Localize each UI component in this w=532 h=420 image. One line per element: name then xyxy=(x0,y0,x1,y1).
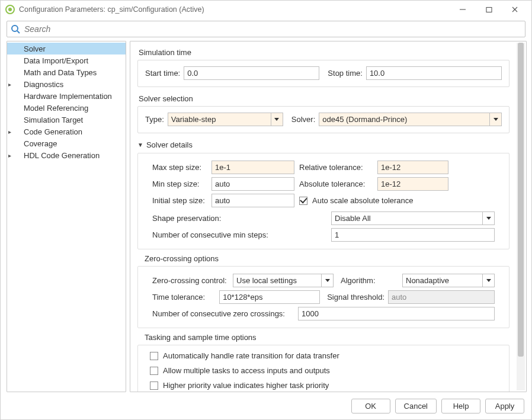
reltol-input[interactable] xyxy=(377,161,448,174)
abstol-input[interactable] xyxy=(377,177,448,191)
tasking-option-label: Higher priority value indicates higher t… xyxy=(163,381,329,390)
zc-algo-label: Algorithm: xyxy=(341,276,399,285)
section-title-solver-selection: Solver selection xyxy=(139,94,509,103)
sidebar-item-code-generation[interactable]: ▸Code Generation xyxy=(7,126,126,137)
cancel-button[interactable]: Cancel xyxy=(395,399,437,413)
sidebar-item-math-and-data-types[interactable]: Math and Data Types xyxy=(7,66,126,78)
sidebar-item-coverage[interactable]: Coverage xyxy=(7,137,126,149)
autoscale-label: Auto scale absolute tolerance xyxy=(312,196,414,205)
scrollbar-thumb[interactable] xyxy=(518,43,524,357)
solver-details-disclosure[interactable]: ▼ Solver details xyxy=(137,140,509,149)
triangle-down-icon: ▼ xyxy=(137,142,143,148)
tasking-checkbox-0[interactable] xyxy=(150,352,158,360)
tasking-option-label: Allow multiple tasks to access inputs an… xyxy=(163,366,330,375)
sidebar-item-label: HDL Code Generation xyxy=(24,151,100,160)
sidebar-item-label: Code Generation xyxy=(24,127,82,136)
zc-ttol-label: Time tolerance: xyxy=(152,293,216,302)
sidebar-item-label: Hardware Implementation xyxy=(24,92,112,101)
ok-button[interactable]: OK xyxy=(351,399,390,413)
reltol-label: Relative tolerance: xyxy=(294,163,377,172)
footer: OK Cancel Help Apply xyxy=(1,392,531,419)
search-input[interactable] xyxy=(23,24,521,34)
window-title: Configuration Parameters: cp_sim/Configu… xyxy=(19,5,204,14)
zc-nconsec-label: Number of consecutive zero crossings: xyxy=(152,309,294,318)
min-step-label: Min step size: xyxy=(152,179,211,188)
scrollbar[interactable] xyxy=(517,43,525,390)
sidebar-item-hardware-implementation[interactable]: Hardware Implementation xyxy=(7,90,126,102)
close-button[interactable] xyxy=(502,1,528,18)
init-step-label: Initial step size: xyxy=(152,196,211,205)
zc-ttol-input[interactable] xyxy=(219,290,320,304)
chevron-down-icon xyxy=(489,113,501,126)
sidebar-item-hdl-code-generation[interactable]: ▸HDL Code Generation xyxy=(7,149,126,161)
sidebar-item-solver[interactable]: Solver xyxy=(7,43,126,54)
sidebar-item-label: Data Import/Export xyxy=(24,56,88,65)
min-step-input[interactable] xyxy=(211,177,294,191)
section-title-zero-crossing: Zero-crossing options xyxy=(145,254,509,263)
tasking-checkbox-1[interactable] xyxy=(150,367,158,375)
zc-control-select[interactable]: Use local settings xyxy=(233,274,334,287)
section-title-tasking: Tasking and sample time options xyxy=(145,333,509,342)
sidebar: SolverData Import/ExportMath and Data Ty… xyxy=(7,41,126,392)
sidebar-item-diagnostics[interactable]: ▸Diagnostics xyxy=(7,78,126,90)
zc-sigthr-input xyxy=(388,290,495,304)
svg-line-5 xyxy=(17,31,20,33)
sidebar-item-label: Math and Data Types xyxy=(24,68,97,77)
shape-label: Shape preservation: xyxy=(152,214,328,223)
minimize-button[interactable] xyxy=(450,1,476,18)
autoscale-checkbox[interactable] xyxy=(299,197,307,205)
sidebar-item-label: Diagnostics xyxy=(24,80,63,89)
max-step-input[interactable] xyxy=(211,161,294,174)
tasking-option-label: Automatically handle rate transition for… xyxy=(163,351,339,360)
expander-icon: ▸ xyxy=(8,81,15,88)
expander-icon: ▸ xyxy=(8,129,15,135)
nmin-input[interactable] xyxy=(331,228,495,242)
sidebar-item-label: Simulation Target xyxy=(24,116,83,124)
sidebar-item-simulation-target[interactable]: Simulation Target xyxy=(7,114,126,126)
window: Configuration Parameters: cp_sim/Configu… xyxy=(0,0,532,420)
stop-time-label: Stop time: xyxy=(328,69,363,78)
apply-button[interactable]: Apply xyxy=(485,399,524,413)
maximize-button[interactable] xyxy=(476,1,502,18)
zc-nconsec-input[interactable] xyxy=(298,307,495,320)
svg-point-4 xyxy=(12,25,18,31)
app-icon xyxy=(5,5,15,14)
zc-sigthr-label: Signal threshold: xyxy=(327,293,384,302)
sidebar-item-label: Coverage xyxy=(24,139,57,148)
search-icon xyxy=(11,24,20,34)
content-panel: Simulation time Start time: Stop time: S… xyxy=(130,41,527,392)
zc-control-label: Zero-crossing control: xyxy=(152,276,229,285)
expander-icon: ▸ xyxy=(8,152,15,159)
tasking-checkbox-2[interactable] xyxy=(150,381,158,390)
abstol-label: Absolute tolerance: xyxy=(294,179,377,188)
solver-type-select[interactable]: Variable-step xyxy=(168,113,283,126)
svg-rect-1 xyxy=(486,7,492,12)
stop-time-input[interactable] xyxy=(366,66,502,80)
shape-select[interactable]: Disable All xyxy=(331,211,495,225)
zc-algo-select[interactable]: Nonadaptive xyxy=(402,274,495,287)
chevron-down-icon xyxy=(482,274,494,287)
solver-label: Solver: xyxy=(291,115,315,124)
start-time-label: Start time: xyxy=(145,69,180,78)
sidebar-item-label: Model Referencing xyxy=(24,104,88,113)
chevron-down-icon xyxy=(271,113,283,126)
sidebar-item-label: Solver xyxy=(24,44,46,53)
max-step-label: Max step size: xyxy=(152,163,211,172)
titlebar: Configuration Parameters: cp_sim/Configu… xyxy=(1,1,531,18)
help-button[interactable]: Help xyxy=(441,399,480,413)
solver-type-label: Type: xyxy=(145,115,164,124)
init-step-input[interactable] xyxy=(211,194,294,207)
chevron-down-icon xyxy=(482,212,494,225)
search-box[interactable] xyxy=(7,21,525,37)
section-title-simulation-time: Simulation time xyxy=(139,48,509,57)
start-time-input[interactable] xyxy=(184,66,319,80)
sidebar-item-model-referencing[interactable]: Model Referencing xyxy=(7,102,126,114)
chevron-down-icon xyxy=(321,274,333,287)
sidebar-item-data-import-export[interactable]: Data Import/Export xyxy=(7,54,126,66)
solver-select[interactable]: ode45 (Dormand-Prince) xyxy=(319,113,502,126)
nmin-label: Number of consecutive min steps: xyxy=(152,230,328,239)
